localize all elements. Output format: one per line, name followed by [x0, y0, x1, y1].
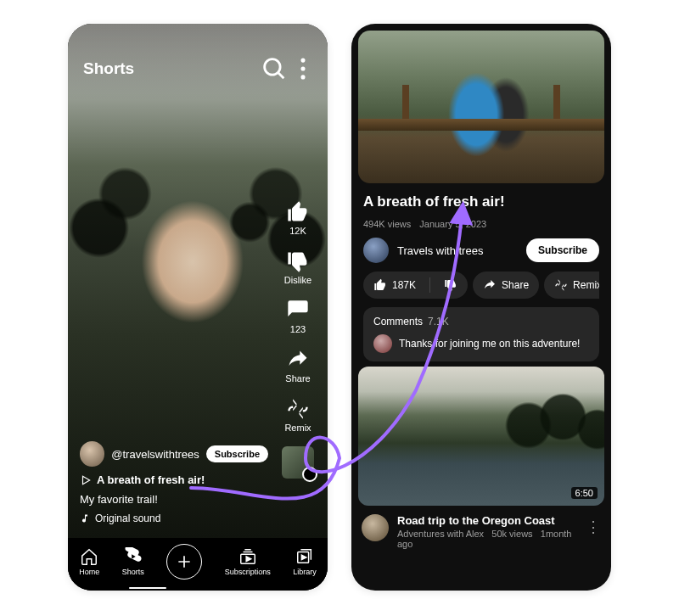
sound-attribution[interactable]: Original sound — [80, 512, 268, 524]
svg-line-1 — [278, 73, 284, 79]
shorts-caption: My favorite trail! — [80, 493, 268, 506]
remix-button[interactable]: Remix — [284, 397, 311, 433]
svg-point-2 — [300, 59, 305, 63]
share-chip[interactable]: Share — [473, 272, 539, 299]
channel-name[interactable]: Travels with trees — [397, 244, 518, 257]
linked-video-link[interactable]: A breath of fresh air! — [80, 473, 268, 486]
shorts-player-screen: Shorts 12K Dislike 123 Share Remix — [68, 24, 328, 591]
remix-label: Remix — [284, 423, 311, 433]
svg-point-4 — [300, 75, 305, 79]
channel-handle[interactable]: @travelswithtrees — [111, 448, 199, 461]
watch-page-screen: A breath of fresh air! 494K views Januar… — [351, 24, 611, 591]
channel-avatar[interactable] — [363, 238, 389, 263]
dislike-button[interactable]: Dislike — [284, 249, 311, 285]
sound-tile[interactable] — [282, 446, 314, 479]
dislike-label: Dislike — [284, 275, 311, 285]
recommendation-thumbnail[interactable]: 6:50 — [358, 367, 604, 506]
nav-library[interactable]: Library — [293, 547, 317, 576]
svg-marker-11 — [246, 557, 251, 562]
share-label: Share — [285, 373, 310, 384]
action-chip-row: 187K Share Remix Down — [363, 272, 599, 299]
duration-badge: 6:50 — [571, 487, 598, 499]
comments-teaser[interactable]: Comments 7.1K Thanks for joining me on t… — [363, 307, 599, 361]
remix-chip[interactable]: Remix — [544, 272, 599, 299]
linked-video-title: A breath of fresh air! — [97, 473, 205, 486]
svg-marker-13 — [301, 555, 306, 560]
video-title[interactable]: A breath of fresh air! — [363, 193, 599, 210]
shorts-meta: @travelswithtrees Subscribe A breath of … — [80, 441, 268, 524]
like-chip[interactable]: 187K — [363, 272, 468, 299]
nav-shorts[interactable]: Shorts — [122, 547, 144, 576]
subscribe-button[interactable]: Subscribe — [206, 445, 268, 462]
channel-avatar[interactable] — [80, 441, 104, 467]
comments-label: Comments — [373, 316, 423, 328]
nav-create[interactable] — [166, 544, 202, 580]
svg-point-3 — [300, 66, 305, 70]
like-count: 187K — [392, 279, 416, 291]
recommendation-card[interactable]: 6:50 Road trip to the Oregon Coast Adven… — [358, 367, 604, 557]
nav-subscriptions[interactable]: Subscriptions — [225, 547, 271, 576]
top-comment-text: Thanks for joining me on this adventure! — [399, 338, 580, 350]
commenter-avatar — [373, 334, 392, 353]
more-vert-icon[interactable]: ⋮ — [586, 518, 601, 536]
shorts-action-rail: 12K Dislike 123 Share Remix — [275, 200, 321, 479]
svg-point-0 — [265, 59, 280, 75]
comments-button[interactable]: 123 — [286, 299, 310, 334]
bottom-nav: Home Shorts Subscriptions Library — [68, 538, 328, 591]
comments-count: 123 — [290, 324, 306, 334]
shorts-header-title: Shorts — [83, 59, 260, 78]
shorts-header: Shorts — [83, 54, 317, 83]
more-vert-icon[interactable] — [289, 54, 317, 83]
svg-marker-5 — [83, 476, 90, 484]
share-button[interactable]: Share — [285, 348, 310, 384]
rec-channel-avatar[interactable] — [362, 514, 389, 541]
rec-subline: Adventures with Alex 50k views 1month ag… — [397, 529, 577, 549]
publish-date: January 5, 2023 — [419, 219, 486, 229]
search-icon[interactable] — [260, 54, 289, 83]
nav-home[interactable]: Home — [79, 547, 99, 576]
video-stats: 494K views January 5, 2023 — [363, 219, 599, 229]
like-button[interactable]: 12K — [286, 200, 310, 236]
rec-title: Road trip to the Oregon Coast — [397, 514, 577, 527]
thumbs-down-icon[interactable] — [444, 278, 457, 292]
like-count: 12K — [289, 226, 306, 236]
comments-count: 7.1K — [428, 316, 449, 328]
video-player[interactable] — [358, 31, 604, 183]
view-count: 494K views — [363, 219, 411, 229]
subscribe-button[interactable]: Subscribe — [526, 238, 599, 262]
